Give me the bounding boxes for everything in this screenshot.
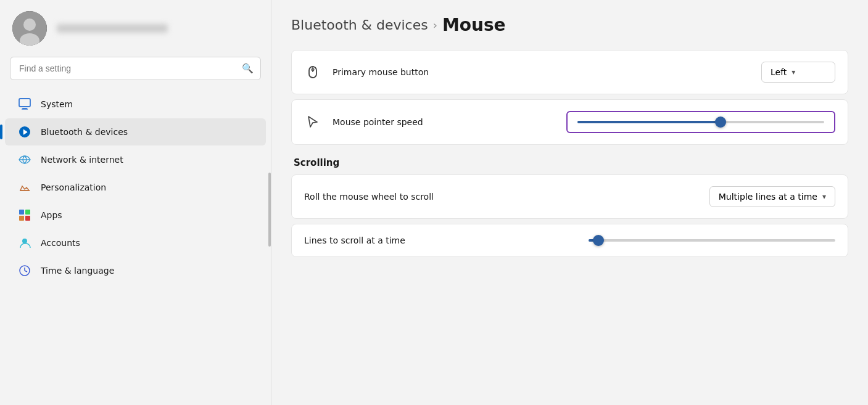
chevron-down-icon: ▾ [792,68,795,76]
sidebar-item-network-label: Network & internet [41,155,123,165]
lines-to-scroll-row: Lines to scroll at a time [292,224,848,256]
accounts-icon [17,235,32,250]
primary-mouse-button-card: Primary mouse button Left ▾ [291,50,848,94]
system-icon [17,97,32,112]
mouse-pointer-speed-fill [577,121,721,123]
roll-mouse-wheel-label: Roll the mouse wheel to scroll [304,192,698,202]
roll-mouse-wheel-value: Multiple lines at a time [719,192,817,202]
primary-mouse-button-dropdown[interactable]: Left ▾ [761,62,835,83]
chevron-down-icon-2: ▾ [822,192,826,201]
network-icon [17,152,32,167]
svg-point-1 [23,18,36,31]
search-bar-container: 🔍 [10,57,261,80]
breadcrumb-parent[interactable]: Bluetooth & devices [291,17,428,33]
sidebar-item-bluetooth[interactable]: Bluetooth & devices [5,118,266,145]
personalization-icon [17,180,32,195]
lines-to-scroll-control [589,237,835,244]
bluetooth-icon [17,125,32,139]
sidebar: 🔍 System Bluetooth & devices [0,0,271,405]
lines-to-scroll-thumb[interactable] [593,235,604,246]
sidebar-item-bluetooth-label: Bluetooth & devices [41,127,128,137]
primary-mouse-button-value: Left [771,67,787,77]
main-content: Bluetooth & devices › Mouse Primary mous… [271,0,868,405]
scrolling-section: Scrolling Roll the mouse wheel to scroll… [291,157,848,257]
svg-rect-10 [19,216,24,221]
mouse-pointer-speed-card: Mouse pointer speed [291,99,848,145]
time-icon [17,263,32,278]
svg-rect-3 [19,99,30,107]
mouse-icon [304,63,321,81]
mouse-pointer-speed-row: Mouse pointer speed [292,100,848,144]
profile-name [57,24,168,33]
nav-list: System Bluetooth & devices [0,88,271,287]
lines-to-scroll-slider-wrapper [589,237,835,244]
svg-line-15 [25,271,27,272]
roll-mouse-wheel-card: Roll the mouse wheel to scroll Multiple … [291,174,848,219]
breadcrumb: Bluetooth & devices › Mouse [291,15,848,35]
sidebar-item-personalization[interactable]: Personalization [5,174,266,201]
roll-mouse-wheel-dropdown[interactable]: Multiple lines at a time ▾ [709,186,835,207]
sidebar-item-accounts[interactable]: Accounts [5,229,266,256]
primary-mouse-button-control: Left ▾ [761,62,835,83]
sidebar-item-accounts-label: Accounts [41,238,80,248]
sidebar-item-apps-label: Apps [41,210,62,220]
mouse-pointer-speed-slider-wrapper [577,118,824,126]
roll-mouse-wheel-row: Roll the mouse wheel to scroll Multiple … [292,175,848,218]
svg-point-12 [22,239,27,243]
primary-mouse-button-label: Primary mouse button [333,67,750,77]
svg-rect-8 [19,210,24,215]
sidebar-item-system-label: System [41,99,73,109]
scrolling-heading: Scrolling [291,157,848,168]
sidebar-item-time[interactable]: Time & language [5,257,266,284]
svg-rect-11 [25,216,30,221]
sidebar-item-time-label: Time & language [41,266,114,276]
lines-to-scroll-label: Lines to scroll at a time [304,235,577,245]
lines-to-scroll-track[interactable] [589,239,835,242]
sidebar-scrollbar [268,173,271,247]
mouse-pointer-speed-control [566,111,835,133]
sidebar-item-personalization-label: Personalization [41,182,106,192]
mouse-pointer-speed-slider-container [566,111,835,133]
breadcrumb-current: Mouse [442,15,506,35]
svg-rect-9 [25,210,30,215]
apps-icon [17,208,32,223]
mouse-pointer-speed-label: Mouse pointer speed [333,117,555,127]
mouse-pointer-speed-thumb[interactable] [715,117,726,128]
avatar[interactable] [12,11,47,46]
roll-mouse-wheel-control: Multiple lines at a time ▾ [709,186,835,207]
mouse-pointer-speed-track[interactable] [577,121,824,123]
search-input[interactable] [10,57,261,80]
sidebar-item-system[interactable]: System [5,91,266,118]
primary-mouse-button-row: Primary mouse button Left ▾ [292,51,848,94]
lines-to-scroll-card: Lines to scroll at a time [291,224,848,257]
profile-section[interactable] [0,0,271,57]
sidebar-item-apps[interactable]: Apps [5,202,266,229]
cursor-icon [304,113,321,131]
sidebar-item-network[interactable]: Network & internet [5,146,266,173]
breadcrumb-separator: › [433,18,437,31]
